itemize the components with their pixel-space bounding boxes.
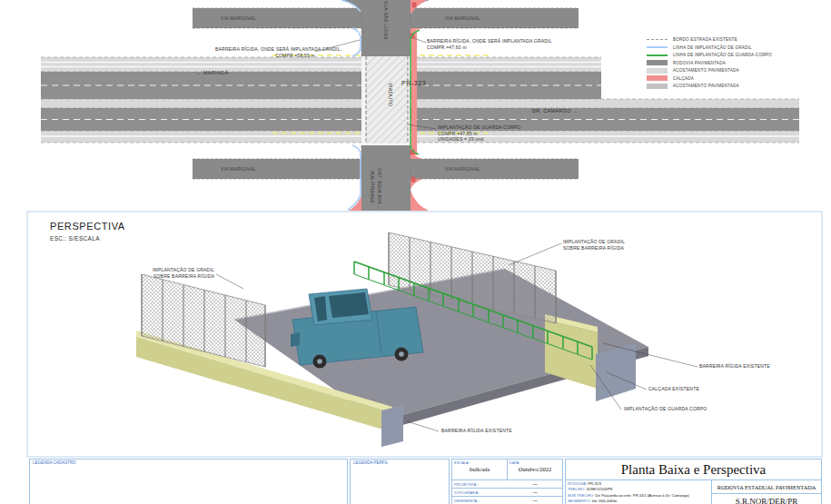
perspective-title: PERSPECTIVA bbox=[50, 221, 125, 232]
left-abutment bbox=[381, 405, 403, 447]
annotation-barrier-exist-bottom: BARREIRA RÍGIDA EXISTENTE bbox=[441, 428, 512, 434]
calcada-swatch bbox=[647, 75, 668, 81]
via-marginal-label-top-left: VIA MARGINAL bbox=[221, 15, 256, 21]
data-cell: DATA: Outubro/2022 bbox=[508, 460, 562, 479]
guarda-corpo-line-sample bbox=[647, 54, 668, 56]
legend-item: LINHA DE IMPLANTAÇÃO DE GUARDA-CORPO bbox=[647, 52, 772, 58]
titleblock-perfil-box: LEGENDA PERFIL bbox=[350, 459, 450, 504]
viaduto-label: VIADUTO bbox=[388, 83, 393, 106]
via-marginal-label-bottom-right: VIA MARGINAL bbox=[445, 166, 480, 172]
street-top-label: RUA SÃO LUCAS bbox=[383, 1, 388, 40]
road-class: RODOVIA ESTADUAL PAVIMENTADA bbox=[712, 480, 821, 494]
cadastro-box-label: LEGENDA CADASTRO bbox=[30, 460, 347, 466]
topografia-row: TOPOGRAFIA :— bbox=[452, 488, 562, 496]
data-value: Outubro/2022 bbox=[508, 466, 562, 472]
annotation-barrier-right: BARREIRA RÍGIDA, ONDE SERÁ IMPLANTADA GR… bbox=[427, 38, 552, 50]
desenhista-row: DESENHISTA :— bbox=[452, 496, 562, 504]
legend: BORDO ESTRADA EXISTENTE LINHA DE IMPLANT… bbox=[647, 36, 772, 89]
legend-item: ACOSTAMENTO PAVIMENTADA bbox=[647, 83, 772, 89]
escala-cell: ESCALA: Indicada bbox=[452, 460, 508, 479]
acostamento-swatch-2 bbox=[647, 84, 668, 89]
titleblock-main-box: Planta Baixa e Perspectiva RODOVIA: PR-3… bbox=[565, 459, 822, 504]
legend-item: ACOSTAMENTO PAVIMENTADA bbox=[647, 67, 772, 74]
annotation-calcada-exist: CALÇADA EXISTENTE bbox=[648, 386, 699, 392]
sheet-title: Planta Baixa e Perspectiva bbox=[566, 460, 821, 480]
segmento-field: SEGMENTO: km 164+640m bbox=[566, 499, 711, 504]
titleblock-scale-date-box: ESCALA: Indicada DATA: Outubro/2022 PROJ… bbox=[451, 459, 563, 504]
annotation-gradil-left: IMPLANTAÇÃO DE GRADIL SOBRE BARREIRA RÍG… bbox=[105, 267, 214, 279]
org-name: S.R.NOR/DER/PR bbox=[712, 494, 821, 504]
via-marginal-label-top-right: VIA MARGINAL bbox=[445, 15, 480, 21]
viaduct-hatch bbox=[361, 56, 411, 143]
drawing-sheet: VIA MARGINAL VIA MARGINAL VIA MARGINAL V… bbox=[0, 0, 831, 504]
legend-item: BORDO ESTRADA EXISTENTE bbox=[647, 36, 772, 43]
legend-item: CALÇADA bbox=[647, 75, 772, 82]
annotation-barrier-left: BARREIRA RÍGIDA, ONDE SERÁ IMPLANTADA GR… bbox=[215, 46, 315, 58]
road-fields: RODOVIA: PR-323 TRECHO: 323EO2105PR SUB … bbox=[566, 480, 711, 504]
district-direction-label: DIST. ÁGUA BOA → bbox=[377, 168, 381, 210]
annotation-guard-corpo: IMPLANTAÇÃO DE GUARDA CORPO COMPR.=47,85… bbox=[438, 124, 520, 143]
annotation-guard-corpo-persp: IMPLANTAÇÃO DE GUARDA CORPO bbox=[624, 406, 707, 412]
escala-value: Indicada bbox=[452, 466, 507, 472]
legend-item: LINHA DE IMPLANTAÇÃO DE GRADIL bbox=[647, 44, 772, 51]
gradil-line-sample bbox=[647, 46, 668, 48]
annotation-gradil-right: IMPLANTAÇÃO DE GRADIL SOBRE BARREIRA RÍG… bbox=[563, 239, 625, 251]
maringa-direction-label: ← MARINGÁ bbox=[196, 70, 228, 75]
perspective-scene bbox=[136, 232, 697, 447]
perfil-box-label: LEGENDA PERFIL bbox=[351, 460, 449, 466]
dr-camargo-direction-label: DR. CAMARGO → bbox=[532, 108, 578, 114]
rodovia-swatch bbox=[647, 60, 668, 65]
highway-name-label: PR-323 bbox=[401, 80, 426, 86]
legend-item: RODOVIA PAVIMENTADA bbox=[647, 60, 772, 66]
annotation-barrier-exist-right: BARREIRA RÍGIDA EXISTENTE bbox=[699, 363, 770, 370]
titleblock-cadastro-box: LEGENDA CADASTRO bbox=[29, 459, 348, 504]
projetista-row: PROJETISTA :— bbox=[452, 479, 562, 488]
dashed-line-sample bbox=[647, 39, 668, 40]
street-bottom-label: RUA IPIRANGA bbox=[370, 171, 374, 203]
acostamento-swatch bbox=[647, 68, 668, 74]
perspective-scale: ESC.: S/ESCALA bbox=[50, 235, 100, 242]
via-marginal-label-bottom-left: VIA MARGINAL bbox=[221, 166, 256, 172]
